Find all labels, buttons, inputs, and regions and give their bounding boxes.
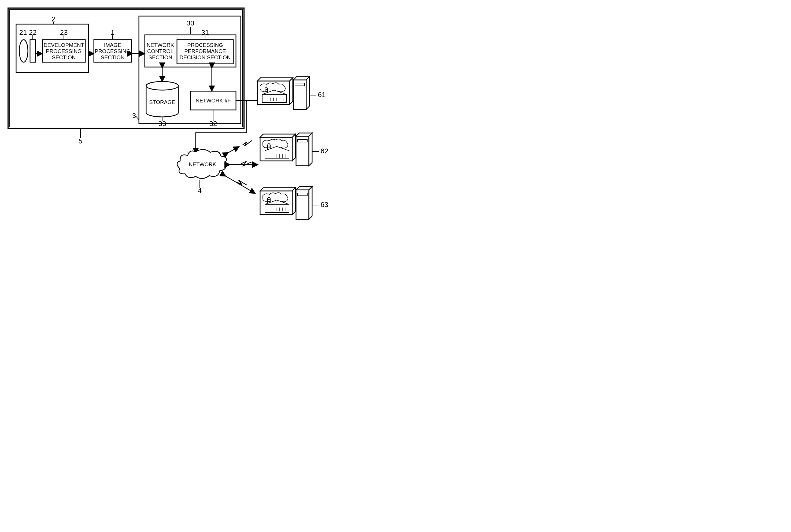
svg-point-12 (146, 81, 178, 90)
wire-netif-to-61 (236, 94, 257, 100)
dev-line2: PROCESSING (46, 48, 81, 54)
wireless-to-63 (225, 176, 255, 193)
label-21: 21 (19, 28, 27, 36)
label-63: 63 (321, 201, 328, 209)
dev-line3: SECTION (52, 54, 76, 60)
network-label: NETWORK (189, 162, 216, 167)
storage-label: STORAGE (149, 99, 175, 105)
lens-icon (19, 40, 28, 62)
dev-line1: DEVELOPMENT (43, 42, 84, 48)
img-line2: PROCESSING (95, 48, 130, 54)
diagram-root: DEVELOPMENT PROCESSING SECTION IMAGE PRO… (0, 0, 396, 266)
label-2: 2 (52, 15, 56, 23)
computer-62 (260, 133, 312, 166)
sensor-icon (30, 40, 35, 62)
label-32: 32 (209, 119, 217, 128)
wire-netif-to-network (196, 100, 247, 153)
label-22: 22 (29, 28, 37, 36)
svg-line-15 (225, 176, 255, 193)
label-30: 30 (187, 19, 194, 27)
netctrl-line1: NETWORK (147, 42, 174, 48)
svg-rect-10 (9, 10, 243, 127)
computer-61 (257, 77, 309, 109)
img-line1: IMAGE (104, 42, 121, 48)
label-31: 31 (201, 28, 209, 36)
netctrl-line2: CONTROL (147, 48, 173, 54)
perf-line1: PROCESSING (187, 42, 223, 48)
netctrl-line3: SECTION (149, 54, 172, 60)
perf-line2: PERFORMANCE (184, 48, 226, 54)
label-4: 4 (198, 187, 201, 195)
label-61: 61 (318, 91, 326, 99)
label-62: 62 (321, 147, 328, 155)
img-line3: SECTION (101, 54, 125, 60)
svg-line-13 (228, 147, 239, 153)
perf-line3: DECISION SECTION (179, 54, 231, 60)
label-1: 1 (111, 28, 115, 36)
label-5: 5 (79, 137, 82, 145)
label-3: 3 (132, 112, 136, 119)
device-box (8, 8, 244, 129)
computer-63 (260, 187, 312, 219)
netif-label: NETWORK I/F (195, 98, 231, 103)
wireless-to-62 (230, 162, 257, 166)
label-23: 23 (60, 28, 68, 36)
label-33: 33 (158, 119, 166, 128)
wireless-to-61 (228, 140, 252, 153)
